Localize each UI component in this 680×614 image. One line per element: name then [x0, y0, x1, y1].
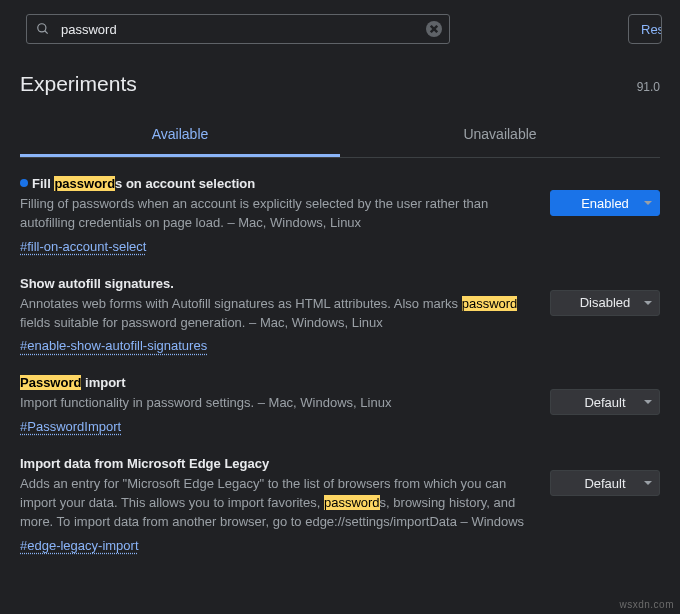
- experiment-state-select[interactable]: Disabled: [550, 290, 660, 316]
- search-highlight: password: [54, 176, 115, 191]
- tab-unavailable[interactable]: Unavailable: [340, 114, 660, 157]
- reset-all-button[interactable]: Reset all: [628, 14, 662, 44]
- experiment-description: Filling of passwords when an account is …: [20, 195, 536, 233]
- experiment-row: Import data from Microsoft Edge Legacy A…: [20, 438, 660, 557]
- experiment-hash-link[interactable]: #edge-legacy-import: [20, 538, 139, 553]
- page-title: Experiments: [20, 72, 137, 96]
- experiment-description: Import functionality in password setting…: [20, 394, 536, 413]
- search-box: [26, 14, 450, 44]
- version-label: 91.0: [637, 80, 660, 94]
- experiment-state-select[interactable]: Default: [550, 389, 660, 415]
- experiment-title: Show autofill signatures.: [20, 276, 536, 291]
- search-highlight: password: [462, 296, 518, 311]
- svg-line-1: [45, 31, 48, 34]
- tab-available[interactable]: Available: [20, 114, 340, 157]
- search-input[interactable]: [26, 14, 450, 44]
- watermark: wsxdn.com: [619, 599, 674, 610]
- search-highlight: password: [324, 495, 380, 510]
- experiment-title: Import data from Microsoft Edge Legacy: [20, 456, 536, 471]
- svg-point-0: [38, 24, 46, 32]
- modified-indicator-icon: [20, 179, 28, 187]
- close-icon: [430, 25, 438, 33]
- search-icon: [36, 22, 50, 36]
- search-highlight: Password: [20, 375, 81, 390]
- experiment-description: Adds an entry for "Microsoft Edge Legacy…: [20, 475, 536, 532]
- experiment-description: Annotates web forms with Autofill signat…: [20, 295, 536, 333]
- experiment-hash-link[interactable]: #enable-show-autofill-signatures: [20, 338, 207, 353]
- experiment-row: Fill passwords on account selection Fill…: [20, 158, 660, 258]
- experiment-row: Show autofill signatures. Annotates web …: [20, 258, 660, 358]
- experiment-state-select[interactable]: Default: [550, 470, 660, 496]
- clear-search-button[interactable]: [426, 21, 442, 37]
- experiment-title: Fill passwords on account selection: [20, 176, 536, 191]
- experiment-title: Password import: [20, 375, 536, 390]
- experiment-state-select[interactable]: Enabled: [550, 190, 660, 216]
- experiments-list: Fill passwords on account selection Fill…: [0, 158, 680, 557]
- tabs: Available Unavailable: [20, 114, 660, 158]
- experiment-hash-link[interactable]: #PasswordImport: [20, 419, 121, 434]
- experiment-hash-link[interactable]: #fill-on-account-select: [20, 239, 146, 254]
- experiment-row: Password import Import functionality in …: [20, 357, 660, 438]
